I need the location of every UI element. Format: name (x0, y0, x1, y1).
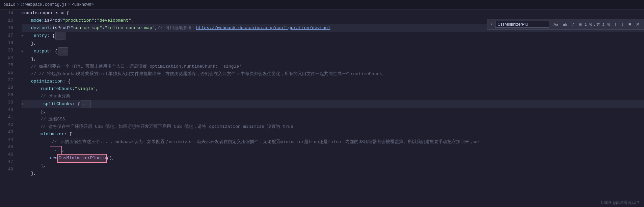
code-text: // 可用选项参考： (158, 24, 196, 32)
ln-40: 40 (4, 106, 13, 114)
code-line-19: }, (22, 40, 644, 47)
search-options: Aa ab .* (552, 21, 576, 27)
whole-word-button[interactable]: ab (561, 21, 569, 27)
code-line-28: runtimeChunk : "single" , (22, 85, 644, 93)
ln-28: 28 (4, 84, 13, 91)
ln-17: 17 (4, 32, 13, 39)
code-text: ... (52, 147, 59, 153)
code-text: : (102, 24, 105, 32)
code-text: minimizer (41, 131, 64, 138)
code-line-29: // chunk分离 (22, 93, 644, 100)
code-text: : (94, 17, 97, 24)
editor-container: build > ⬡ webpack.config.js > <unknown> … (0, 0, 644, 207)
code-text: , (96, 85, 99, 93)
code-line-43: minimizer : [ (22, 131, 644, 138)
ln-15: 15 (4, 17, 13, 24)
code-line-27: optimization : { (22, 78, 644, 85)
css-minimizer-plugin: CssMinimizerPlugin (58, 154, 106, 162)
regex-button[interactable]: .* (570, 21, 576, 27)
code-text: , (155, 24, 158, 32)
code-text: mode (31, 17, 42, 24)
search-highlight-box: // js的压缩全靠这三个... (50, 138, 110, 146)
ln-43: 43 (4, 129, 13, 136)
editor-wrapper: › Aa ab .* 第 1 项，共 2 项 ↑ ↓ ≡ ✕ 14 15 16 … (0, 9, 644, 207)
code-text: // js的压缩全靠这三个... (52, 139, 108, 144)
code-text: "development" (97, 17, 131, 24)
breadcrumb-file: webpack.config.js (25, 2, 66, 7)
code-text: splitChunks (43, 100, 72, 108)
code-text: "production" (63, 17, 95, 24)
search-input[interactable] (495, 21, 549, 28)
ln-26: 26 (4, 69, 13, 76)
code-text: // 如果想要在一个 HTML 页面上使用多个入口，还需设置 optimizat… (31, 63, 242, 70)
code-line-26: // // 将包含chunks映射关系的list单独从入口文件里提取出来，方便浏… (22, 70, 644, 78)
breadcrumb-context: <unknown> (72, 2, 94, 7)
code-text: output (34, 48, 50, 55)
code-text: }, (41, 108, 46, 116)
code-text: : { (47, 32, 55, 40)
code-line-20: ▶ output : { ··· (22, 47, 644, 55)
search-expand-icon[interactable]: › (490, 22, 492, 27)
fold-indicator-30[interactable]: ··· (81, 100, 91, 108)
code-text: new (50, 155, 58, 162)
code-text: module.exports = { (22, 9, 69, 17)
title-bar: build > ⬡ webpack.config.js > <unknown> (0, 0, 644, 9)
code-line-24: }, (22, 55, 644, 63)
search-close-button[interactable]: ✕ (635, 22, 641, 27)
ln-42: 42 (4, 121, 13, 129)
breadcrumb-build: build (3, 2, 16, 7)
ln-41: 41 (4, 114, 13, 121)
prev-match-button[interactable]: ↑ (613, 22, 618, 27)
code-text: , (62, 146, 64, 154)
code-line-41: // 压缩CSS (22, 116, 644, 123)
code-text: // 这将仅在生产环境开启 CSS 优化。如果还想在开发环境下启用 CSS 优化… (41, 123, 293, 131)
code-text: // // 将包含chunks映射关系的list单独从入口文件里提取出来，方便浏… (31, 70, 386, 78)
code-line-46: new CssMinimizerPlugin (), (22, 154, 644, 162)
code-line-44: // js的压缩全靠这三个... , webpack认为，如果配置了minimi… (22, 138, 644, 146)
code-text: : { (50, 48, 57, 55)
code-text: isProd (44, 17, 60, 24)
file-icon: ⬡ (21, 2, 24, 7)
code-text: // chunk分离 (41, 93, 70, 100)
code-text: : (72, 85, 75, 93)
ln-44: 44 (4, 136, 13, 143)
ln-20: 20 (4, 47, 13, 54)
fold-arrow-17[interactable]: ▶ (22, 32, 24, 40)
code-text: ? (68, 24, 71, 32)
breadcrumb: build > ⬡ webpack.config.js > <unknown> (3, 2, 94, 7)
fold-arrow-30[interactable]: ▶ (22, 100, 24, 108)
search-menu-button[interactable]: ≡ (627, 22, 632, 27)
watermark: CSDN @你吃香蕉吗？ (601, 200, 640, 206)
code-line-40: }, (22, 108, 644, 116)
code-text: }, (31, 55, 36, 63)
code-text: isProd (52, 24, 68, 32)
search-bar[interactable]: › Aa ab .* 第 1 项，共 2 项 ↑ ↓ ≡ ✕ (487, 19, 644, 30)
code-line-17: ▶ entry : { ··· (22, 32, 644, 40)
devtool-url[interactable]: https://webpack.docschina.org/configurat… (196, 24, 330, 32)
ln-48: 48 (4, 166, 13, 173)
code-text: entry (34, 32, 47, 40)
code-text: , (131, 17, 134, 24)
code-text: ? (60, 17, 63, 24)
fold-indicator-17[interactable]: ··· (55, 32, 65, 40)
code-text: : [ (64, 131, 72, 138)
fold-arrow-20[interactable]: ▶ (22, 48, 24, 55)
next-match-button[interactable]: ↓ (620, 22, 625, 27)
fold-indicator-20[interactable]: ··· (58, 47, 68, 55)
code-line-47: ], (22, 162, 644, 170)
ln-45: 45 (4, 143, 13, 151)
match-count: 第 1 项，共 2 项 (579, 22, 611, 27)
code-text: }, (31, 170, 36, 177)
code-line-25: // 如果想要在一个 HTML 页面上使用多个入口，还需设置 optimizat… (22, 63, 644, 70)
code-text: ], (41, 162, 46, 170)
case-sensitive-button[interactable]: Aa (552, 21, 560, 27)
ln-14: 14 (4, 9, 13, 17)
code-line-48: }, (22, 170, 644, 177)
code-line-30: ▶ splitChunks : { ··· (22, 100, 644, 108)
code-text: "single" (75, 85, 96, 93)
code-text: // 压缩CSS (41, 116, 65, 123)
ln-27: 27 (4, 76, 13, 84)
ln-25: 25 (4, 62, 13, 69)
ln-29: 29 (4, 91, 13, 99)
ln-47: 47 (4, 158, 13, 166)
